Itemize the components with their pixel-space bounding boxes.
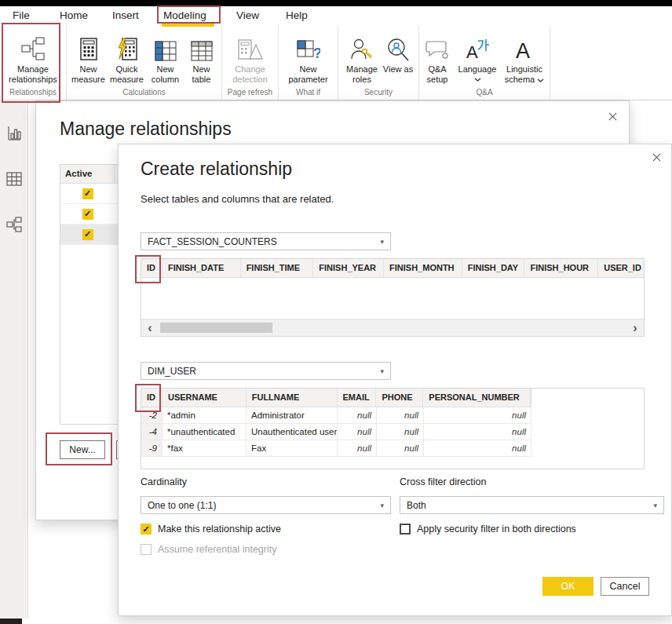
model-view-button[interactable] — [5, 215, 24, 234]
cross-filter-value: Both — [407, 500, 426, 511]
manage-relationships-button[interactable]: Manage relationships — [4, 30, 62, 84]
modeling-active-underline — [162, 24, 214, 27]
close-icon[interactable] — [605, 109, 619, 123]
change-detection-button: Change detection — [224, 30, 277, 84]
cardinality-select[interactable]: One to one (1:1) ▾ — [141, 496, 391, 514]
ribbon-group-qa: Q&A setup A Language A Linguistic schema… — [419, 25, 550, 100]
button-label: Q&A setup — [419, 64, 455, 84]
ribbon: Manage relationships Relationships New m… — [0, 25, 672, 100]
dialog-subtitle: Select tables and columns that are relat… — [141, 193, 334, 205]
column-header[interactable]: FINISH_YEAR — [313, 259, 384, 277]
report-view-icon — [6, 126, 22, 141]
scroll-left-icon[interactable]: ‹ — [141, 321, 159, 335]
security-filter-label: Apply security filter in both directions — [417, 524, 576, 535]
security-filter-checkbox[interactable] — [400, 524, 411, 535]
dialog-title: Manage relationships — [60, 119, 232, 140]
cardinality-label: Cardinality — [141, 476, 187, 487]
svg-text:A: A — [466, 42, 478, 61]
cancel-button[interactable]: Cancel — [601, 577, 649, 596]
chevron-down-icon — [474, 75, 481, 82]
column-header[interactable]: USER_ID — [598, 259, 644, 277]
cell-phone: null — [377, 407, 424, 423]
new-parameter-button[interactable]: ? New parameter — [283, 30, 334, 84]
make-active-checkbox[interactable]: ✓ — [141, 524, 152, 535]
table-row: -9 *fax Fax null null null — [141, 440, 531, 457]
column-header[interactable]: FINISH_MONTH — [384, 259, 462, 277]
group-label-calculations: Calculations — [67, 88, 221, 97]
referential-integrity-label: Assume referential integrity — [158, 544, 276, 555]
button-label: Language — [458, 64, 497, 75]
scrollbar-thumb[interactable] — [160, 323, 272, 333]
button-label: New measure — [70, 64, 108, 84]
column-header[interactable]: FINISH_HOUR — [524, 259, 598, 277]
cell-id: -2 — [141, 407, 163, 423]
new-table-icon — [191, 30, 213, 63]
view-sidebar — [0, 100, 28, 619]
table2-selected-value: DIM_USER — [148, 366, 196, 377]
column-header[interactable]: FINISH_TIME — [241, 259, 314, 277]
new-table-button[interactable]: New table — [184, 30, 219, 84]
menu-item-modeling[interactable]: Modeling — [163, 6, 206, 25]
table2-select[interactable]: DIM_USER ▾ — [141, 362, 391, 380]
cell-id: -4 — [141, 424, 163, 440]
qa-setup-button[interactable]: Q&A setup — [419, 30, 455, 84]
linguistic-schema-icon: A — [514, 30, 535, 63]
button-label: Quick measure — [108, 64, 147, 84]
linguistic-schema-button[interactable]: A Linguistic schema — [499, 30, 550, 84]
menu-item-help[interactable]: Help — [286, 6, 308, 25]
manage-roles-button[interactable]: Manage roles — [342, 30, 382, 84]
cell-fullname: Fax — [247, 440, 338, 456]
dropdown-caret-icon: ▾ — [380, 363, 384, 381]
powerbi-window: File Home Insert Modeling View Help Mana… — [0, 0, 672, 624]
horizontal-scrollbar[interactable]: ‹ › — [141, 319, 644, 336]
menu-item-file[interactable]: File — [13, 6, 30, 25]
menu-item-home[interactable]: Home — [60, 6, 88, 25]
column-header[interactable]: FINISH_DATE — [163, 259, 241, 277]
column-header[interactable]: ID — [141, 389, 163, 407]
column-header[interactable]: ID — [141, 259, 163, 277]
table1-select[interactable]: FACT_SESSION_COUNTERS ▾ — [141, 232, 391, 250]
column-header[interactable]: USERNAME — [163, 389, 247, 407]
view-as-button[interactable]: View as — [382, 30, 415, 75]
menu-item-insert[interactable]: Insert — [112, 6, 139, 25]
column-header[interactable]: EMAIL — [338, 389, 377, 407]
quick-measure-button[interactable]: Quick measure — [108, 30, 147, 84]
ribbon-group-page-refresh: Change detection Page refresh — [222, 25, 279, 100]
data-view-button[interactable] — [5, 170, 24, 188]
scroll-right-icon[interactable]: › — [626, 321, 644, 335]
close-icon[interactable] — [649, 150, 663, 164]
data-view-icon — [6, 172, 22, 186]
menu-item-view[interactable]: View — [236, 6, 259, 25]
column-header[interactable]: FULLNAME — [247, 389, 338, 407]
language-button[interactable]: A Language — [455, 30, 499, 82]
make-active-checkbox-row: ✓ Make this relationship active — [141, 524, 281, 535]
new-relationship-button[interactable]: New... — [60, 440, 105, 459]
ribbon-group-what-if: ? New parameter What if — [279, 25, 338, 100]
cell-phone: null — [377, 424, 424, 440]
referential-integrity-checkbox-row: Assume referential integrity — [141, 544, 276, 555]
active-checkbox[interactable]: ✓ — [82, 229, 93, 240]
view-as-icon — [386, 30, 410, 63]
cell-fullname: Unauthenticated user — [247, 424, 338, 440]
cross-filter-select[interactable]: Both ▾ — [400, 496, 664, 514]
group-label-page-refresh: Page refresh — [222, 88, 278, 97]
active-checkbox[interactable]: ✓ — [82, 188, 93, 199]
column-header[interactable]: PHONE — [376, 389, 423, 407]
button-label: Change detection — [224, 64, 277, 84]
status-bar-fragment — [0, 619, 22, 624]
report-view-button[interactable] — [5, 124, 24, 143]
column-header[interactable]: PERSONAL_NUMBER — [423, 389, 531, 407]
referential-integrity-checkbox — [141, 544, 152, 555]
active-column-header: Active — [60, 165, 115, 183]
ok-button[interactable]: OK — [542, 577, 593, 596]
button-label: View as — [383, 64, 413, 75]
new-measure-button[interactable]: New measure — [70, 30, 108, 84]
cell-username: *fax — [163, 440, 247, 456]
column-header[interactable]: FINISH_DAY — [462, 259, 525, 277]
manage-relationships-icon — [21, 30, 45, 63]
active-checkbox[interactable]: ✓ — [82, 209, 93, 220]
new-column-button[interactable]: New column — [147, 30, 184, 84]
button-label: Manage relationships — [4, 64, 62, 84]
svg-text:?: ? — [313, 46, 320, 61]
title-bar — [0, 0, 672, 6]
